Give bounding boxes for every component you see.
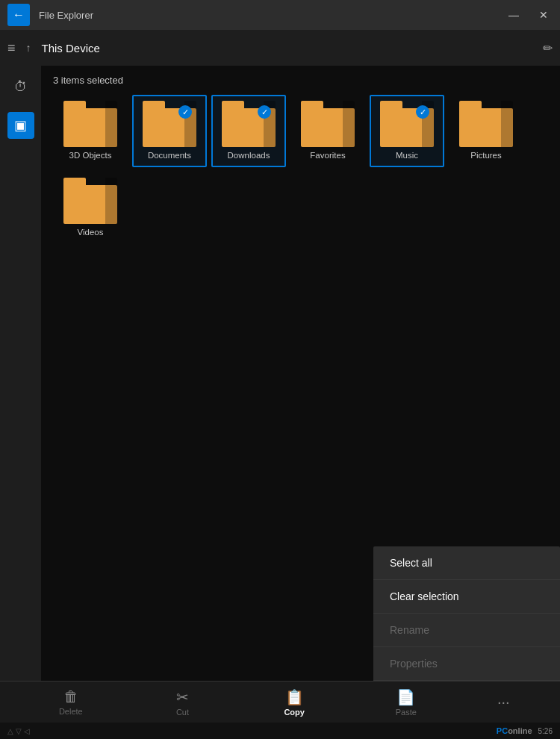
main-layout: ⏱ ▣ 3 items selected 3D Objects✓Document…	[0, 66, 560, 681]
up-button[interactable]: ↑	[26, 42, 31, 54]
folder-icon: ✓	[380, 101, 434, 147]
check-badge: ✓	[416, 105, 429, 119]
close-button[interactable]: ✕	[535, 7, 553, 22]
brand-logo: PConline	[497, 726, 532, 735]
status-nav-icons: △ ▽ ◁	[7, 727, 30, 735]
sidebar-item-recent[interactable]: ⏱	[7, 73, 34, 100]
cut-label: Cut	[176, 708, 189, 717]
folder-icon	[63, 101, 117, 147]
cut-icon: ✂	[176, 688, 189, 706]
file-name: Videos	[78, 228, 104, 238]
paste-icon: 📄	[396, 688, 415, 706]
check-badge: ✓	[178, 105, 192, 119]
file-item[interactable]: Videos	[53, 172, 128, 244]
context-menu-item[interactable]: Clear selection	[373, 580, 560, 614]
status-right: PConline 5:26	[497, 726, 553, 735]
taskbar-item-copy[interactable]: 📋Copy	[274, 685, 315, 720]
page-title: This Device	[42, 42, 100, 54]
sidebar-item-device[interactable]: ▣	[7, 112, 34, 139]
context-menu: Select allClear selectionRenamePropertie…	[373, 546, 560, 681]
file-name: Favorites	[310, 151, 345, 161]
minimize-button[interactable]: —	[504, 7, 523, 22]
file-name: Music	[396, 151, 418, 161]
taskbar: 🗑Delete✂Cut📋Copy📄Paste···	[0, 681, 560, 723]
file-name: Pictures	[470, 151, 502, 161]
context-menu-item[interactable]: Select all	[373, 546, 560, 580]
content-area: 3 items selected 3D Objects✓Documents✓Do…	[41, 66, 560, 681]
taskbar-item-cut[interactable]: ✂Cut	[162, 685, 203, 720]
device-icon: ▣	[14, 117, 27, 134]
copy-icon: 📋	[285, 688, 304, 706]
check-badge: ✓	[258, 105, 271, 119]
file-item[interactable]: Favorites	[290, 95, 365, 167]
title-bar: ← File Explorer — ✕	[0, 0, 560, 30]
folder-icon: ✓	[143, 101, 196, 147]
context-menu-item: Properties	[373, 647, 560, 681]
back-button[interactable]: ←	[7, 4, 30, 26]
file-item[interactable]: ✓Downloads	[211, 95, 286, 167]
hamburger-menu[interactable]: ≡	[7, 40, 16, 56]
sidebar: ⏱ ▣	[0, 66, 41, 681]
file-item[interactable]: ✓Documents	[132, 95, 207, 167]
file-item[interactable]: 3D Objects	[53, 95, 128, 167]
paste-label: Paste	[396, 708, 417, 717]
selection-label: 3 items selected	[53, 75, 548, 86]
more-button[interactable]: ···	[497, 693, 510, 711]
file-grid: 3D Objects✓Documents✓DownloadsFavorites✓…	[53, 95, 548, 244]
clock-icon: ⏱	[14, 79, 28, 95]
delete-icon: 🗑	[63, 688, 78, 705]
file-item[interactable]: ✓Music	[370, 95, 444, 167]
delete-label: Delete	[59, 707, 83, 716]
file-name: 3D Objects	[69, 151, 112, 161]
taskbar-item-paste[interactable]: 📄Paste	[385, 685, 426, 720]
file-name: Downloads	[228, 151, 270, 161]
copy-label: Copy	[284, 708, 305, 717]
folder-icon: ✓	[222, 101, 276, 147]
window-controls: — ✕	[504, 7, 553, 22]
back-icon: ←	[13, 8, 25, 22]
status-time: 5:26	[538, 727, 553, 735]
folder-icon	[459, 101, 513, 147]
taskbar-item-delete[interactable]: 🗑Delete	[50, 685, 91, 719]
folder-icon	[301, 101, 355, 147]
folder-icon	[63, 178, 117, 224]
status-bar: △ ▽ ◁ PConline 5:26	[0, 723, 560, 739]
header: ≡ ↑ This Device ✏	[0, 30, 560, 66]
app-title: File Explorer	[39, 10, 93, 21]
header-left: ≡ ↑ This Device	[7, 40, 100, 56]
context-menu-item: Rename	[373, 614, 560, 647]
file-item[interactable]: Pictures	[449, 95, 523, 167]
edit-icon[interactable]: ✏	[543, 41, 553, 55]
title-bar-left: ← File Explorer	[7, 4, 93, 26]
file-name: Documents	[148, 151, 191, 161]
